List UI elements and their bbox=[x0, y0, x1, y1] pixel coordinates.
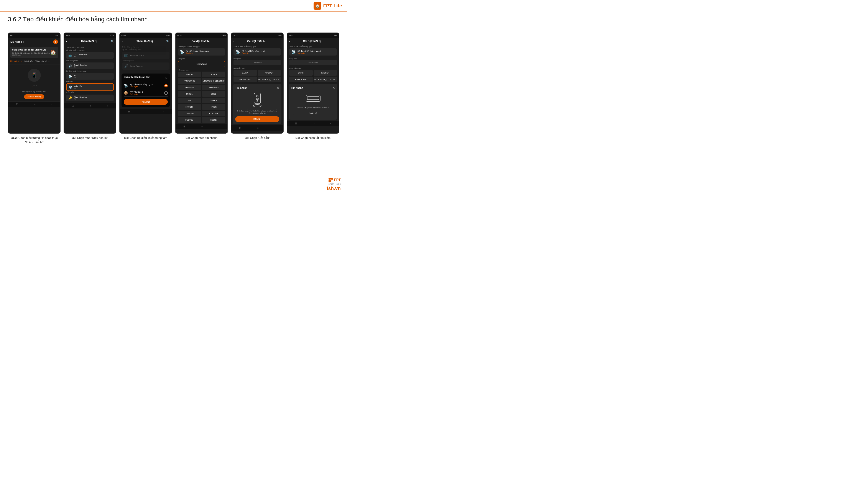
phone-2-door-label: Cổng cửa bbox=[66, 92, 114, 94]
phone-5-mitsubishi[interactable]: MITSUBISHI_ELECTRIC bbox=[258, 76, 281, 82]
phone-4-brand-panasonic[interactable]: PANASONIC bbox=[178, 78, 201, 84]
phone-4-brand-row3: TOSHIBA SAMSUNG bbox=[176, 85, 227, 91]
phone-4-brand-label: Hãng sản xuất bbox=[176, 68, 227, 72]
phone-6-panasonic[interactable]: PANASONIC bbox=[289, 76, 313, 82]
phone-1-empty-text: Không tìm thấy thiết bị nào. bbox=[22, 91, 46, 93]
phone-2-search[interactable]: 🔍 bbox=[111, 40, 114, 43]
phone-6-brand-row2: PANASONIC MITSUBISHI_ELECTRIC bbox=[287, 76, 339, 83]
phone-3-header: ‹ Thêm thiết bị 🔍 bbox=[120, 38, 172, 45]
phone-1-banner-icon: 🏠 bbox=[50, 49, 56, 56]
phone-1-plus-btn[interactable]: + bbox=[53, 39, 58, 44]
phone-4-brand-carrier[interactable]: CARRIER bbox=[178, 110, 201, 116]
phone-6-content: ‹ Cài đặt thiết bị Thiết bị điều khiển t… bbox=[287, 38, 339, 133]
phone-5-start-btn[interactable]: Bắt đầu bbox=[235, 116, 279, 122]
phone-1-nav-back[interactable]: ‹ bbox=[52, 103, 52, 106]
phone-6-ac-icon bbox=[291, 92, 335, 104]
phone-2-ac-label: Điều hòa bbox=[66, 80, 114, 83]
phone-6-section-device: Thiết bị điều khiển trung gian bbox=[287, 45, 339, 48]
phone-4-title: Cài đặt thiết bị bbox=[179, 40, 222, 43]
phone-6-casper[interactable]: CASPER bbox=[314, 70, 337, 76]
phone-4-brand-samsung[interactable]: SAMSUNG bbox=[202, 85, 225, 90]
phone-1-tab-room[interactable]: Phòng giải trí bbox=[35, 60, 46, 63]
phone-5-caption: B5: Chọn "Bắt đầu" bbox=[245, 136, 270, 140]
phone-1-header: My Home ▾ + bbox=[8, 38, 60, 45]
phone-2-door[interactable]: 🔑 Công tắc cổng Wifi bbox=[66, 95, 114, 101]
phone-3-title: Thêm thiết bị bbox=[123, 40, 166, 43]
phone-3-radio-ir[interactable] bbox=[164, 84, 168, 88]
phone-1-tab-more[interactable]: ... bbox=[49, 60, 50, 63]
phone-2-ir[interactable]: 📡 IR Wifi bbox=[66, 73, 114, 79]
phone-4-brand-vestei[interactable]: VESTEI bbox=[202, 117, 225, 123]
phone-4-brand-toshiba[interactable]: TOSHIBA bbox=[178, 85, 201, 90]
phone-2-section-hub: Bộ điều khiển trung tâm bbox=[66, 49, 114, 51]
phone-4-brand-casper[interactable]: CASPER bbox=[202, 72, 225, 77]
phone-3-device-playbox[interactable]: 📦 FPT PlayBox S Trực tuyến bbox=[124, 89, 168, 97]
phone-2-section-manual: Thêm thiết bị thủ công Bộ điều khiển tru… bbox=[64, 45, 116, 103]
top-bar: 🏠 FPT Life bbox=[0, 0, 347, 12]
phone-3-device-ir[interactable]: 📡 Bộ điều khiển hồng ngoại Trực tuyến bbox=[124, 82, 168, 89]
phone-6-done-btn[interactable]: Hoàn tất bbox=[293, 110, 333, 116]
phone-3: 09:22 100% ‹ Thêm thiết bị 🔍 Thêm thiết … bbox=[119, 33, 172, 134]
phone-2-playbox[interactable]: 📺 FPT Play Box S Box bbox=[66, 52, 114, 59]
phone-5: 09:33 98% ‹ Cài đặt thiết bị Thiết bị đi… bbox=[231, 33, 284, 134]
phone-1-add-btn[interactable]: + Thêm thiết bị bbox=[24, 94, 44, 99]
phone-4-brand-row4: MIDEA GREE bbox=[176, 91, 227, 98]
phone-3-radio-playbox[interactable] bbox=[164, 91, 168, 95]
watermark-fsh: fsh.vn bbox=[327, 186, 341, 191]
phone-5-find-label: Tìm Nhanh bbox=[234, 60, 281, 65]
phone-5-wrapper: 09:33 98% ‹ Cài đặt thiết bị Thiết bị đi… bbox=[231, 33, 284, 140]
phone-1-banner-text: Chào mừng bạn đã đến với FPT Life Cài đặ… bbox=[12, 48, 50, 56]
phone-5-cao: Nâng cao bbox=[231, 57, 283, 60]
phone-4-brand-fujitsu[interactable]: FUJITSU bbox=[178, 117, 201, 123]
phone-4-brand-corona[interactable]: CORONA bbox=[202, 110, 225, 116]
phone-1-nav-circle[interactable]: ○ bbox=[34, 103, 36, 106]
phone-4-brand-haier[interactable]: HAIER bbox=[202, 104, 225, 110]
phone-4-brand-midea[interactable]: MIDEA bbox=[178, 91, 201, 97]
phone-5-casper[interactable]: CASPER bbox=[258, 70, 281, 76]
phone-6-mitsubishi[interactable]: MITSUBISHI_ELECTRIC bbox=[314, 76, 337, 82]
phone-5-panasonic[interactable]: PANASONIC bbox=[234, 76, 257, 82]
phone-6-title: Cài đặt thiết bị bbox=[290, 40, 334, 43]
phone-4-brand-lg[interactable]: LG bbox=[178, 98, 201, 103]
logo-icon: 🏠 bbox=[314, 2, 321, 10]
phone-4-nav: ⊞ ○ ‹ bbox=[176, 124, 227, 129]
page-title: 3.6.2 Tạo điều khiển điều hòa bằng cách … bbox=[8, 15, 150, 23]
phone-4-find-btn[interactable]: Tìm Nhanh bbox=[178, 61, 225, 67]
phone-5-modal-close[interactable]: ✕ bbox=[277, 86, 279, 90]
phone-6-modal-close[interactable]: ✕ bbox=[333, 86, 335, 90]
phone-2-wrapper: 09:21 100% ‹ Thêm thiết bị 🔍 Thêm thiết … bbox=[64, 33, 116, 140]
phone-4-brand-hitachi[interactable]: HITACHI bbox=[178, 104, 201, 110]
phone-4-brand-sharp[interactable]: SHARP bbox=[202, 98, 225, 103]
phone-5-section-device: Thiết bị điều khiển trung gian bbox=[231, 45, 283, 48]
phone-4-brand-row8: FUJITSU VESTEI bbox=[176, 117, 227, 124]
watermark-fpt-text: FPT bbox=[334, 178, 341, 182]
logo-text: FPT Life bbox=[323, 3, 342, 9]
phone-6-daikin[interactable]: DAIKIN bbox=[289, 70, 313, 76]
phone-4-battery: 100% bbox=[222, 35, 226, 36]
phone-1-tab-all[interactable]: Tất cả thiết bị bbox=[10, 60, 23, 63]
phone-4-brand-mitsubishi[interactable]: MITSUBISHI_ELECTRIC bbox=[202, 78, 225, 84]
svg-point-4 bbox=[253, 104, 261, 107]
phone-1-nav-home[interactable]: ⊞ bbox=[16, 103, 18, 106]
phone-6-wrapper: 09:35 98% ‹ Cài đặt thiết bị Thiết bị đi… bbox=[287, 33, 339, 140]
phone-5-content: ‹ Cài đặt thiết bị Thiết bị điều khiển t… bbox=[231, 38, 283, 133]
phone-3-confirm-btn[interactable]: Hoàn tất bbox=[124, 99, 168, 105]
phone-1-tab-front[interactable]: Sân trước bbox=[24, 60, 33, 63]
phone-5-battery: 98% bbox=[278, 35, 281, 36]
phone-4-brand-daikin[interactable]: DAIKIN bbox=[178, 72, 201, 77]
phone-4-header: ‹ Cài đặt thiết bị bbox=[176, 38, 227, 45]
phone-4-content: ‹ Cài đặt thiết bị Thiết bị điều khiển t… bbox=[176, 38, 227, 133]
watermark-fpt-logo: FPT bbox=[329, 177, 341, 183]
phone-2-ac[interactable]: ❄️ Điều hòa IR bbox=[66, 83, 114, 91]
phone-4-brand-gree[interactable]: GREE bbox=[202, 91, 225, 97]
phone-5-daikin[interactable]: DAIKIN bbox=[234, 70, 257, 76]
phone-3-modal-title: Chọn thiết bị trung tâm bbox=[124, 76, 150, 78]
phone-3-search[interactable]: 🔍 bbox=[166, 40, 169, 43]
phone-3-modal-close[interactable]: ✕ bbox=[165, 76, 168, 80]
phone-2-speaker[interactable]: 🔊 Smart Speaker Box bbox=[66, 62, 114, 69]
phone-4-wrapper: 09:22 100% ‹ Cài đặt thiết bị Thiết bị đ… bbox=[175, 33, 228, 140]
phone-4-caption: B4: Chọn mục tìm nhanh bbox=[186, 136, 217, 140]
phone-4: 09:22 100% ‹ Cài đặt thiết bị Thiết bị đ… bbox=[175, 33, 228, 134]
phone-2-header: ‹ Thêm thiết bị 🔍 bbox=[64, 38, 116, 45]
phone-1-status-bar: 13:31 51% bbox=[8, 33, 60, 38]
